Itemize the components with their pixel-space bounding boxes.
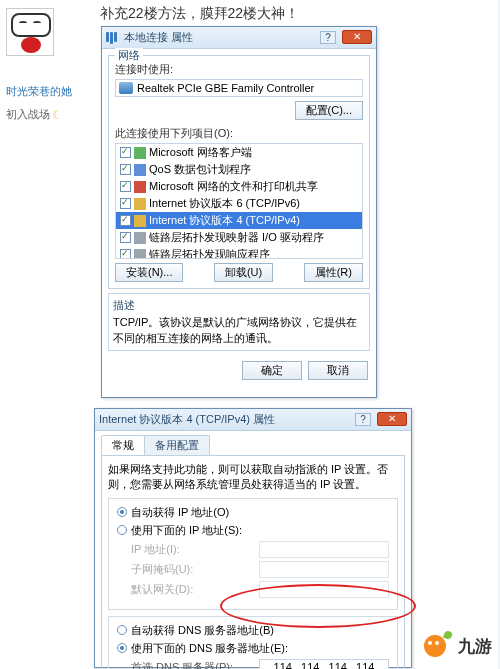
checkbox-icon[interactable]: [120, 147, 131, 158]
post-headline: 补充22楼方法，膜拜22楼大神！: [100, 5, 299, 23]
list-item[interactable]: 链路层拓扑发现映射器 I/O 驱动程序: [116, 229, 362, 246]
uninstall-button[interactable]: 卸载(U): [214, 263, 273, 282]
radio-icon[interactable]: [117, 525, 127, 535]
install-button[interactable]: 安装(N)...: [115, 263, 183, 282]
lltd-icon: [134, 232, 146, 244]
lltd-icon: [134, 249, 146, 260]
checkbox-icon[interactable]: [120, 232, 131, 243]
info-text: 如果网络支持此功能，则可以获取自动指派的 IP 设置。否则，您需要从网络系统管理…: [108, 462, 398, 492]
username-link[interactable]: 时光荣巷的她: [6, 84, 86, 99]
radio-icon[interactable]: [117, 625, 127, 635]
close-icon[interactable]: ✕: [377, 412, 407, 426]
connection-icon: [106, 32, 120, 44]
subnet-field: [259, 561, 389, 578]
ok-button[interactable]: 确定: [242, 361, 302, 380]
help-icon[interactable]: ?: [355, 413, 371, 426]
list-item[interactable]: Microsoft 网络客户端: [116, 144, 362, 161]
ip-addr-label: IP 地址(I):: [131, 542, 180, 557]
device-field[interactable]: Realtek PCIe GBE Family Controller: [115, 79, 363, 97]
nic-icon: [119, 82, 133, 94]
checkbox-icon[interactable]: [120, 198, 131, 209]
device-name: Realtek PCIe GBE Family Controller: [137, 82, 314, 94]
cancel-button[interactable]: 取消: [308, 361, 368, 380]
close-icon[interactable]: ✕: [342, 30, 372, 44]
tab-network[interactable]: 网络: [115, 48, 143, 63]
dns1-label: 首选 DNS 服务器(P):: [131, 660, 233, 669]
mascot-icon: [424, 631, 454, 661]
dlg1-titlebar[interactable]: 本地连接 属性 ? ✕: [102, 27, 376, 49]
dlg2-titlebar[interactable]: Internet 协议版本 4 (TCP/IPv4) 属性 ? ✕: [95, 409, 411, 431]
list-item-selected[interactable]: Internet 协议版本 4 (TCP/IPv4): [116, 212, 362, 229]
checkbox-icon[interactable]: [120, 249, 131, 259]
dlg1-title: 本地连接 属性: [124, 30, 193, 45]
help-icon[interactable]: ?: [320, 31, 336, 44]
list-item[interactable]: Microsoft 网络的文件和打印机共享: [116, 178, 362, 195]
user-rank: 初入战场: [6, 107, 50, 122]
checkbox-icon[interactable]: [120, 164, 131, 175]
radio-icon[interactable]: [117, 643, 127, 653]
description-box: 描述 TCP/IP。该协议是默认的广域网络协议，它提供在不同的相互连接的网络上的…: [108, 293, 370, 351]
desc-text: TCP/IP。该协议是默认的广域网络协议，它提供在不同的相互连接的网络上的通讯。: [113, 315, 365, 346]
connect-label: 连接时使用:: [115, 62, 363, 77]
gateway-field: [259, 581, 389, 598]
list-item[interactable]: QoS 数据包计划程序: [116, 161, 362, 178]
moon-icon: ☾: [52, 108, 63, 122]
watermark-text: 九游: [458, 635, 492, 658]
list-item[interactable]: 链路层拓扑发现响应程序: [116, 246, 362, 259]
client-icon: [134, 147, 146, 159]
ipv6-icon: [134, 198, 146, 210]
manual-ip-radio[interactable]: 使用下面的 IP 地址(S):: [117, 523, 389, 538]
ip-group: 自动获得 IP 地址(O) 使用下面的 IP 地址(S): IP 地址(I): …: [108, 498, 398, 610]
checkbox-icon[interactable]: [120, 215, 131, 226]
ipv4-properties-dialog: Internet 协议版本 4 (TCP/IPv4) 属性 ? ✕ 常规 备用配…: [94, 408, 412, 668]
auto-ip-radio[interactable]: 自动获得 IP 地址(O): [117, 505, 389, 520]
subnet-label: 子网掩码(U):: [131, 562, 193, 577]
share-icon: [134, 181, 146, 193]
uses-label: 此连接使用下列项目(O):: [115, 126, 363, 141]
manual-dns-radio[interactable]: 使用下面的 DNS 服务器地址(E):: [117, 641, 389, 656]
dns-group: 自动获得 DNS 服务器地址(B) 使用下面的 DNS 服务器地址(E): 首选…: [108, 616, 398, 669]
local-connection-dialog: 本地连接 属性 ? ✕ 网络 连接时使用: Realtek PCIe GBE F…: [101, 26, 377, 398]
radio-icon[interactable]: [117, 507, 127, 517]
ip-addr-field: [259, 541, 389, 558]
gateway-label: 默认网关(D):: [131, 582, 193, 597]
auto-dns-radio[interactable]: 自动获得 DNS 服务器地址(B): [117, 623, 389, 638]
protocol-list[interactable]: Microsoft 网络客户端 QoS 数据包计划程序 Microsoft 网络…: [115, 143, 363, 259]
tab-general[interactable]: 常规: [101, 435, 145, 455]
configure-button[interactable]: 配置(C)...: [295, 101, 363, 120]
avatar[interactable]: [6, 8, 54, 56]
tab-alternate[interactable]: 备用配置: [144, 435, 210, 455]
desc-title: 描述: [113, 298, 365, 313]
ipv4-icon: [134, 215, 146, 227]
checkbox-icon[interactable]: [120, 181, 131, 192]
dlg2-title: Internet 协议版本 4 (TCP/IPv4) 属性: [99, 412, 275, 427]
qos-icon: [134, 164, 146, 176]
dns1-field[interactable]: 114 . 114 . 114 . 114: [259, 659, 389, 669]
properties-button[interactable]: 属性(R): [304, 263, 363, 282]
watermark: 九游: [424, 631, 492, 661]
list-item[interactable]: Internet 协议版本 6 (TCP/IPv6): [116, 195, 362, 212]
